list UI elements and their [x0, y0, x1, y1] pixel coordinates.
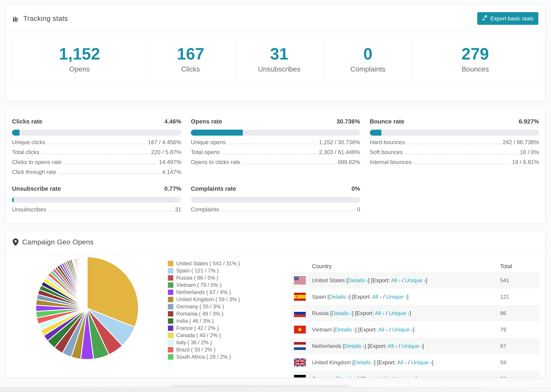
map-marker-icon — [13, 238, 19, 246]
rate-detail-label: Soft bounces — [370, 149, 403, 155]
legend-label: United Kingdom ( 59 / 3% ) — [176, 296, 240, 302]
rate-title: Opens rate — [191, 118, 222, 125]
details-link[interactable]: Details › — [332, 310, 352, 316]
rate-value: 4.46% — [164, 118, 181, 125]
export-unique-link[interactable]: Unique › — [392, 327, 413, 333]
geo-table: Country Total United States [Details ›] … — [291, 256, 540, 375]
legend-label: Italy ( 36 / 2% ) — [176, 339, 212, 346]
stat-opens: 1,152 Opens — [13, 35, 146, 83]
export-unique-link[interactable]: Unique › — [411, 359, 432, 365]
legend-swatch — [168, 347, 174, 353]
tracking-stats-title: Tracking stats — [13, 14, 68, 23]
legend-label: Netherlands ( 67 / 4% ) — [176, 289, 231, 295]
details-link[interactable]: Details › — [335, 327, 355, 333]
rate-detail-label: Click through rate — [12, 169, 56, 175]
country-total: 59 — [500, 359, 540, 366]
rate-title: Clicks rate — [12, 118, 42, 125]
rate-detail-row: Hard bounces242 / 86.738% — [370, 136, 539, 146]
rate-detail-value: 1,152 / 30.736% — [319, 139, 360, 146]
legend-swatch — [168, 289, 174, 295]
details-link[interactable]: Details › — [329, 294, 349, 300]
dotted-leader — [221, 211, 355, 211]
export-unique-link[interactable]: Unique › — [405, 277, 426, 283]
export-all-link[interactable]: All › — [397, 359, 407, 365]
table-row-vietnam: Vietnam [Details ›] [Export: All › / Uni… — [291, 321, 540, 338]
export-prefix: Export: — [354, 294, 371, 300]
legend-swatch — [168, 354, 174, 360]
export-icon — [482, 15, 487, 22]
dotted-leader — [414, 163, 510, 164]
export-all-link[interactable]: All › — [391, 277, 400, 283]
legend-label: South Africa ( 29 / 2% ) — [176, 354, 231, 360]
rate-detail-label: Total clicks — [12, 149, 39, 155]
export-prefix: Export: — [360, 327, 377, 333]
legend-swatch — [168, 275, 174, 281]
export-basic-stats-button[interactable]: Export basic stats — [477, 12, 538, 25]
rates-card: Clicks rate4.46%Unique clicks167 / 4.456… — [6, 108, 545, 224]
legend-label: India ( 46 / 3% ) — [176, 318, 214, 324]
export-all-link[interactable]: All › — [378, 327, 388, 333]
export-unique-link[interactable]: Unique › — [389, 310, 410, 316]
rate-value: 0.77% — [164, 185, 181, 192]
flag-ru-icon — [294, 309, 306, 317]
dotted-leader — [58, 173, 160, 174]
pie-legend: United States ( 541 / 31% )Spain ( 121 /… — [161, 256, 291, 375]
legend-item-romania: Romania ( 49 / 3% ) — [168, 311, 291, 316]
legend-swatch — [168, 325, 174, 331]
legend-swatch — [168, 311, 174, 317]
dotted-leader — [64, 163, 157, 164]
details-link[interactable]: Details › — [354, 359, 374, 365]
rate-detail-row: Opens to clicks rate689.82% — [191, 155, 360, 165]
table-row-united-kingdom: United Kingdom [Details ›] [Export: All … — [291, 354, 540, 371]
export-all-link[interactable]: All › — [381, 376, 390, 378]
details-link[interactable]: Details › — [348, 277, 368, 283]
export-all-link[interactable]: All › — [375, 310, 384, 316]
rate-detail-label: Unsubscribes — [12, 206, 46, 213]
export-all-link[interactable]: All › — [388, 343, 397, 349]
rate-value: 30.736% — [336, 118, 360, 125]
rate-value: 0% — [352, 185, 360, 192]
country-name: Vietnam — [312, 327, 332, 333]
bar-chart-icon — [13, 15, 20, 22]
legend-item-united-states: United States ( 541 / 31% ) — [168, 261, 291, 266]
legend-item-spain: Spain ( 121 / 7% ) — [168, 268, 291, 273]
legend-label: United States ( 541 / 31% ) — [176, 260, 240, 267]
stat-label: Opens — [15, 65, 144, 73]
rate-detail-value: 220 / 5.87% — [151, 149, 181, 155]
export-unique-link[interactable]: Unique › — [386, 294, 407, 300]
country-total: 86 — [500, 310, 540, 316]
progress-track — [191, 130, 360, 136]
export-prefix: Export: — [369, 343, 386, 349]
legend-label: Romania ( 49 / 3% ) — [176, 311, 224, 317]
country-name: Germany — [312, 376, 335, 378]
legend-item-united-kingdom: United Kingdom ( 59 / 3% ) — [168, 297, 291, 302]
tracking-stats-card: Tracking stats Export basic stats 1,152 … — [6, 5, 545, 101]
export-unique-link[interactable]: Unique › — [395, 376, 416, 378]
details-link[interactable]: Details › — [345, 343, 365, 349]
export-all-link[interactable]: All › — [372, 294, 381, 300]
stat-value: 0 — [325, 46, 410, 62]
progress-fill — [191, 130, 243, 136]
legend-item-south-africa: South Africa ( 29 / 2% ) — [168, 354, 291, 359]
country-total: 541 — [500, 277, 540, 284]
rate-detail-row: Complaints0 — [191, 203, 360, 213]
details-link[interactable]: Details › — [338, 376, 357, 378]
stat-label: Bounces — [414, 65, 536, 73]
rate-detail-value: 0 — [357, 206, 360, 213]
rate-detail-row: Internal bounces19 / 6.81% — [370, 155, 539, 165]
stat-value: 1,152 — [15, 46, 144, 62]
legend-item-brazil: Brazil ( 33 / 2% ) — [168, 347, 291, 352]
rate-title: Complaints rate — [191, 185, 236, 192]
rate-detail-row: Total opens2,303 / 61.446% — [191, 146, 360, 155]
legend-label: Russia ( 86 / 5% ) — [176, 275, 218, 281]
dotted-leader — [242, 163, 336, 164]
rate-detail-label: Opens to clicks rate — [191, 159, 240, 165]
export-unique-link[interactable]: Unique › — [402, 343, 423, 349]
flag-gb-icon — [294, 358, 306, 366]
legend-label: Germany ( 55 / 3% ) — [176, 304, 224, 310]
rate-detail-row: Total clicks220 / 5.87% — [12, 146, 181, 155]
stat-complaints: 0 Complaints — [323, 35, 412, 83]
stat-label: Unsubscribes — [237, 65, 322, 73]
stat-label: Complaints — [325, 65, 410, 73]
country-total: 67 — [500, 343, 540, 349]
